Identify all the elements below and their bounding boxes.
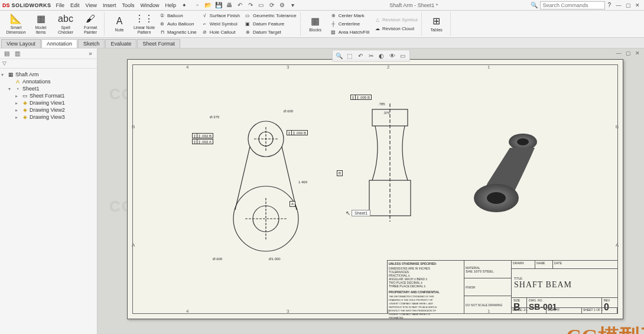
tree-view3[interactable]: ▸◈Drawing View3 bbox=[1, 114, 96, 121]
tree-view1[interactable]: ▸◈Drawing View1 bbox=[1, 99, 96, 106]
datum-target-button[interactable]: ⊕Datum Target bbox=[243, 29, 298, 36]
cursor-sheet-tooltip: ↖ Sheet1 bbox=[346, 210, 370, 216]
fm-tab-icon[interactable]: ▤ bbox=[2, 50, 11, 58]
dim-pd1000[interactable]: Ø1.000 bbox=[269, 257, 281, 261]
magnetic-line-button[interactable]: ⊓Magnetic Line bbox=[158, 29, 198, 36]
dim-h1469[interactable]: 1.469 bbox=[298, 180, 307, 184]
dim-pd600[interactable]: Ø.600 bbox=[213, 257, 222, 261]
title-block[interactable]: UNLESS OTHERWISE SPECIFIED: DIMENSIONS A… bbox=[387, 260, 617, 313]
menu-star-icon[interactable]: ✦ bbox=[182, 2, 187, 8]
open-icon[interactable]: 📂 bbox=[204, 2, 212, 9]
close-icon[interactable]: ✕ bbox=[633, 2, 642, 9]
gtol-2[interactable]: ∥∥ .002 A bbox=[192, 139, 213, 144]
prev-view-icon[interactable]: ↶ bbox=[356, 51, 365, 60]
search-area: 🔍 ? bbox=[531, 1, 611, 9]
zoom-area-icon[interactable]: ⬚ bbox=[346, 51, 354, 60]
datum-b-2[interactable]: B bbox=[337, 170, 343, 176]
revision-symbol-button[interactable]: △Revision Symbol bbox=[373, 16, 419, 24]
redo-icon[interactable]: ↷ bbox=[247, 2, 254, 9]
menu-insert[interactable]: Insert bbox=[103, 2, 116, 8]
tab-evaluate[interactable]: Evaluate bbox=[105, 39, 136, 48]
balloon-button[interactable]: ①Balloon bbox=[158, 12, 198, 19]
menu-window[interactable]: Window bbox=[140, 2, 159, 8]
revision-cloud-button[interactable]: ☁Revision Cloud bbox=[373, 25, 419, 33]
note-button[interactable]: ANote bbox=[108, 12, 131, 36]
doc-restore-icon[interactable]: ▢ bbox=[624, 50, 632, 57]
datum-a[interactable]: A bbox=[290, 201, 295, 207]
tree-view2[interactable]: ▸◈Drawing View2 bbox=[1, 106, 96, 114]
tb-donotscale: DO NOT SCALE DRAWING bbox=[466, 303, 510, 307]
tree-sheet[interactable]: ▾▫Sheet1 bbox=[1, 85, 96, 92]
centerline-icon: ┼ bbox=[330, 21, 337, 27]
tab-sheet-format[interactable]: Sheet Format bbox=[137, 39, 180, 48]
auto-balloon-button[interactable]: ⊚Auto Balloon bbox=[158, 20, 198, 27]
ribbon: 📐Smart Dimension ▦Model Items abcSpell C… bbox=[0, 11, 644, 38]
dim-d375[interactable]: Ø.375 bbox=[210, 115, 219, 119]
fm-filter-icon[interactable]: ▽ bbox=[2, 60, 9, 67]
options-icon[interactable]: ⚙ bbox=[279, 2, 286, 9]
search-icon: 🔍 bbox=[531, 2, 538, 8]
doc-minimize-icon[interactable]: — bbox=[614, 50, 623, 57]
select-icon[interactable]: ▭ bbox=[258, 2, 265, 9]
menu-view[interactable]: View bbox=[86, 2, 97, 8]
tree-sheet-format[interactable]: ▸▭Sheet Format1 bbox=[1, 92, 96, 99]
search-input[interactable] bbox=[540, 1, 605, 9]
linear-note-button[interactable]: ⋮⋮Linear Note Pattern bbox=[133, 12, 155, 36]
gtol-3[interactable]: ∥∥ .002 B bbox=[287, 130, 308, 135]
help-icon[interactable]: ? bbox=[607, 2, 611, 8]
section-icon[interactable]: ✂ bbox=[367, 51, 375, 60]
minimize-icon[interactable]: — bbox=[614, 2, 623, 9]
menu-tools[interactable]: Tools bbox=[122, 2, 134, 8]
save-icon[interactable]: 💾 bbox=[215, 2, 222, 9]
drawing-view-side[interactable] bbox=[357, 103, 422, 222]
tb-proprietary-text: THE INFORMATION CONTAINED IN THIS DRAWIN… bbox=[389, 295, 463, 320]
hide-show-icon[interactable]: 👁 bbox=[388, 51, 396, 60]
sheet-icon: ▫ bbox=[15, 86, 21, 92]
new-icon[interactable]: ▫ bbox=[194, 2, 201, 9]
fm-collapse-icon[interactable]: » bbox=[86, 50, 95, 58]
area-hatch-button[interactable]: ▨Area Hatch/Fill bbox=[329, 29, 370, 36]
gtol-4[interactable]: ∥∥ .005 B bbox=[350, 95, 372, 100]
blocks-button[interactable]: ▦Blocks bbox=[304, 12, 327, 36]
gtol-1[interactable]: ∥∥ .002 B bbox=[192, 133, 213, 138]
smart-dimension-button[interactable]: 📐Smart Dimension bbox=[5, 12, 27, 36]
weld-symbol-button[interactable]: ⌐Weld Symbol bbox=[200, 20, 241, 27]
undo-icon[interactable]: ↶ bbox=[236, 2, 243, 9]
rebuild-icon[interactable]: ⟳ bbox=[268, 2, 275, 9]
print-icon[interactable]: 🖶 bbox=[226, 2, 233, 9]
geo-tol-button[interactable]: ▭Geometric Tolerance bbox=[243, 12, 298, 19]
document-title: Shaft Arm - Sheet1 * bbox=[297, 2, 531, 8]
tree-root[interactable]: ▾▦Shaft Arm bbox=[1, 71, 96, 78]
surface-finish-button[interactable]: √Surface Finish bbox=[200, 12, 241, 19]
doc-close-icon[interactable]: ✕ bbox=[633, 50, 642, 57]
menu-file[interactable]: File bbox=[56, 2, 65, 8]
maximize-icon[interactable]: ▢ bbox=[624, 2, 632, 9]
tree-annotations[interactable]: AAnnotations bbox=[1, 78, 96, 85]
dim-375-2[interactable]: .375 bbox=[383, 111, 390, 115]
drawing-icon: ▦ bbox=[8, 72, 14, 77]
tab-view-layout[interactable]: View Layout bbox=[1, 39, 41, 48]
zoom-fit-icon[interactable]: 🔍 bbox=[335, 51, 343, 60]
drawing-view-iso[interactable] bbox=[446, 112, 558, 225]
center-mark-button[interactable]: ⊕Center Mark bbox=[329, 12, 370, 19]
tab-annotation[interactable]: Annotation bbox=[41, 39, 77, 48]
format-painter-button[interactable]: 🖌Format Painter bbox=[79, 12, 102, 36]
fm-prop-icon[interactable]: ▥ bbox=[13, 50, 21, 58]
svg-line-9 bbox=[282, 147, 297, 210]
edit-sheet-icon[interactable]: ▭ bbox=[399, 51, 407, 60]
dim-785[interactable]: .785 bbox=[378, 102, 385, 106]
tables-button[interactable]: ⊞Tables bbox=[425, 12, 448, 36]
hole-callout-button[interactable]: ⊘Hole Callout bbox=[200, 29, 241, 36]
centerline-button[interactable]: ┼Centerline bbox=[329, 20, 370, 27]
display-style-icon[interactable]: ◐ bbox=[378, 51, 386, 60]
datum-feature-button[interactable]: ▣Datum Feature bbox=[243, 20, 298, 27]
spell-checker-button[interactable]: abcSpell Checker bbox=[54, 12, 77, 36]
model-items-button[interactable]: ▦Model Items bbox=[30, 12, 52, 36]
drawing-canvas[interactable]: 🔍 ⬚ ↶ ✂ ◐ 👁 ▭ — ▢ ✕ CG模型王 CG模型王 CG模型王 CG… bbox=[97, 48, 644, 334]
dropdown-icon[interactable]: ▾ bbox=[290, 2, 297, 9]
tab-sketch[interactable]: Sketch bbox=[78, 39, 105, 48]
dim-d600[interactable]: Ø.600 bbox=[284, 109, 293, 113]
menu-edit[interactable]: Edit bbox=[70, 2, 80, 8]
hatch-icon: ▨ bbox=[330, 29, 337, 35]
menu-help[interactable]: Help bbox=[165, 2, 176, 8]
